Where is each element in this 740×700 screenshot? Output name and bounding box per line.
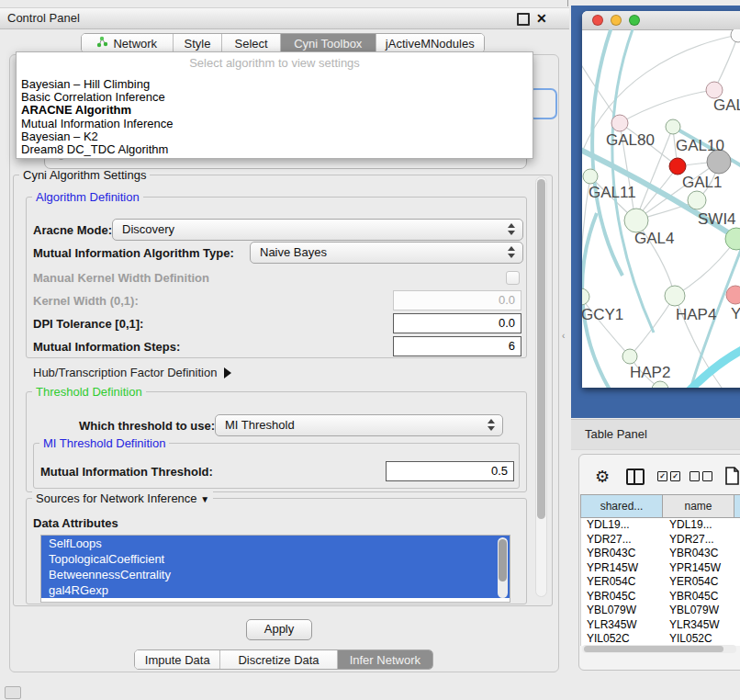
collapsed-panel-icon[interactable] [5,686,21,699]
which-threshold-select[interactable]: MI Threshold [215,414,503,436]
network-edge[interactable] [620,90,714,123]
node-attribute-table[interactable]: shared...nameA YDL19...YDL19...13YDR27..… [580,494,740,646]
table-row[interactable]: YPR145WYPR145W9. [581,561,740,576]
network-node[interactable] [669,158,686,175]
network-node[interactable] [622,349,637,364]
table-horizontal-scrollbar[interactable] [582,645,736,653]
settings-vertical-scrollbar[interactable] [535,176,547,597]
aracne-mode-label: Aracne Mode: [33,223,112,237]
algorithm-option[interactable]: Bayesian – Hill Climbing [17,78,533,91]
table-row[interactable]: YER054CYER054C8. [581,575,740,590]
algorithm-option[interactable]: ARACNE Algorithm [17,104,533,117]
mi-type-label: Mutual Information Algorithm Type: [33,246,234,260]
manual-kernel-checkbox[interactable] [506,271,520,285]
table-body[interactable]: YDL19...YDL19...13YDR27...YDR27...12YBR0… [580,518,740,646]
network-node[interactable] [611,115,628,131]
mi-steps-label: Mutual Information Steps: [33,340,180,354]
table-row[interactable]: YLR345WYLR345W9. [581,618,740,633]
table-row[interactable]: YDL19...YDL19...13 [581,518,740,533]
table-row[interactable]: YBR045CYBR045C9. [581,590,740,604]
network-node[interactable] [666,119,680,134]
tab-jactivemnodules[interactable]: jActiveMNodules [376,34,484,52]
algorithm-dropdown[interactable]: Select algorithm to view settings Bayesi… [16,51,533,159]
zoom-traffic-light-icon[interactable] [629,15,640,26]
algorithm-definition-title: Algorithm Definition [32,190,143,204]
network-node[interactable] [731,29,740,42]
table-column-header[interactable]: name [663,494,734,518]
tab-network[interactable]: Network [82,34,174,52]
gear-icon[interactable]: ⚙ [595,466,610,488]
network-node[interactable] [665,286,685,306]
network-edge[interactable] [714,35,738,90]
table-row[interactable]: YBL079WYBL079W [581,604,740,618]
table-header-row[interactable]: shared...nameA [580,494,740,518]
mi-steps-field[interactable]: 6 [393,336,521,356]
table-cell: 12 [735,533,740,548]
data-attribute-item[interactable]: gal4RGexp [41,582,510,598]
table-toolbar: ⚙ ✓✓ [580,465,740,489]
close-panel-icon[interactable]: ✕ [536,9,547,28]
combo-arrows-icon [508,223,515,235]
network-edge[interactable] [592,29,622,276]
network-graph-canvas[interactable]: GALGAL80GAL10GAL1GAL11SWI4GAL4GCY1HAP4YH… [582,29,740,388]
data-attribute-item[interactable]: SelfLoops [41,536,510,551]
table-column-header[interactable]: shared... [580,494,663,518]
table-column-header[interactable]: A [734,494,740,518]
collapse-down-icon: ▼ [200,494,209,504]
table-cell: YPR145W [581,561,664,576]
close-traffic-light-icon[interactable] [592,15,603,26]
node-label: HAP2 [630,364,670,381]
function-builder-icon[interactable] [725,467,739,489]
hub-definition-toggle[interactable]: Hub/Transcription Factor Definition [33,366,231,379]
deselect-all-columns-icon[interactable] [690,471,712,481]
node-label: GAL80 [606,131,655,149]
float-window-icon[interactable] [517,13,530,26]
dpi-tolerance-label: DPI Tolerance [0,1]: [33,317,143,331]
aracne-mode-select[interactable]: Discovery [112,219,523,241]
algorithm-list: Bayesian – Hill ClimbingBasic Correlatio… [17,78,533,156]
minimize-traffic-light-icon[interactable] [611,15,622,26]
bottom-tabbar: Impute Data Discretize Data Infer Networ… [134,649,433,670]
algorithm-option[interactable]: Mutual Information Inference [17,118,533,130]
table-cell: YDR27... [664,533,735,548]
split-columns-icon[interactable] [626,469,645,485]
network-node[interactable] [582,288,589,305]
network-node[interactable] [688,191,706,209]
table-cell: 9. [735,590,740,604]
divider-handle[interactable]: ‹ [562,329,567,344]
mi-type-select[interactable]: Naive Bayes [250,242,523,264]
tab-infer-network[interactable]: Infer Network [338,650,432,669]
data-attribute-item[interactable]: TopologicalCoefficient [41,551,510,567]
mi-threshold-field[interactable]: 0.5 [386,461,514,481]
table-row[interactable]: YBR043CYBR043C [581,547,740,561]
table-row[interactable]: YDR27...YDR27...12 [581,533,740,548]
tab-cyni-toolbox[interactable]: Cyni Toolbox [281,34,376,52]
sources-title[interactable]: Sources for Network Inference ▼ [32,491,213,505]
data-attribute-item[interactable]: BetweennessCentrality [41,567,510,582]
tab-discretize-data[interactable]: Discretize Data [220,650,337,669]
network-node[interactable] [583,169,598,184]
select-all-columns-icon[interactable]: ✓✓ [657,471,680,481]
table-cell: YBL079W [581,604,664,618]
network-window-titlebar[interactable] [582,11,740,30]
network-node[interactable] [726,286,740,304]
algorithm-option[interactable]: Dream8 DC_TDC Algorithm [17,143,533,156]
dpi-tolerance-field[interactable]: 0.0 [393,313,521,333]
table-cell: YBR043C [581,547,664,561]
network-edge[interactable] [612,29,654,333]
tab-impute-data[interactable]: Impute Data [135,650,220,669]
network-node[interactable] [652,381,668,388]
algorithm-option[interactable]: Bayesian – K2 [17,130,533,143]
table-row[interactable]: YIL052CYIL052C9. [581,632,740,646]
apply-button[interactable]: Apply [246,619,312,640]
table-cell: YLR345W [664,618,735,633]
network-view-window[interactable]: GALGAL80GAL10GAL1GAL11SWI4GAL4GCY1HAP4YH… [582,11,740,388]
data-attributes-list[interactable]: SelfLoopsTopologicalCoefficientBetweenne… [40,535,510,603]
list-scrollbar[interactable] [498,537,508,598]
algorithm-option[interactable]: Basic Correlation Inference [17,91,533,104]
table-cell: 9. [735,632,740,646]
kernel-width-field[interactable]: 0.0 [393,290,521,310]
tab-style[interactable]: Style [174,34,223,52]
table-cell: YLR345W [581,618,664,633]
tab-select[interactable]: Select [222,34,281,52]
